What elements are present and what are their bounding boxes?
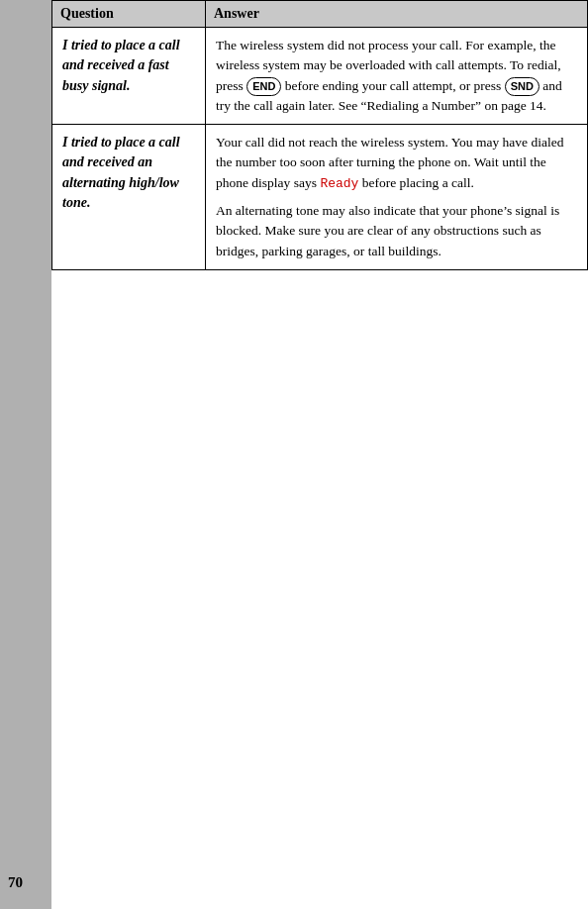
- answer-cell-1: The wireless system did not process your…: [206, 28, 588, 125]
- page-number: 70: [8, 874, 51, 891]
- col-header-question: Question: [52, 1, 206, 28]
- table-row: I tried to place a call and received an …: [52, 125, 588, 270]
- question-text-2: I tried to place a call and received an …: [62, 135, 180, 210]
- main-content: Question Answer I tried to place a call …: [51, 0, 588, 909]
- faq-table: Question Answer I tried to place a call …: [51, 0, 588, 270]
- question-cell-1: I tried to place a call and received a f…: [52, 28, 206, 125]
- answer-paragraph-1-1: The wireless system did not process your…: [216, 36, 577, 116]
- end-button-icon: END: [246, 77, 281, 96]
- table-row: I tried to place a call and received a f…: [52, 28, 588, 125]
- col-header-answer: Answer: [206, 1, 588, 28]
- answer-paragraph-2-2: An alternating tone may also indicate th…: [216, 201, 577, 261]
- answer-paragraph-2-1: Your call did not reach the wireless sys…: [216, 133, 577, 193]
- question-cell-2: I tried to place a call and received an …: [52, 125, 206, 270]
- question-text-1: I tried to place a call and received a f…: [62, 38, 180, 93]
- snd-button-icon: SND: [505, 77, 539, 96]
- left-sidebar: 70: [0, 0, 51, 909]
- ready-code: Ready: [320, 176, 358, 191]
- answer-cell-2: Your call did not reach the wireless sys…: [206, 125, 588, 270]
